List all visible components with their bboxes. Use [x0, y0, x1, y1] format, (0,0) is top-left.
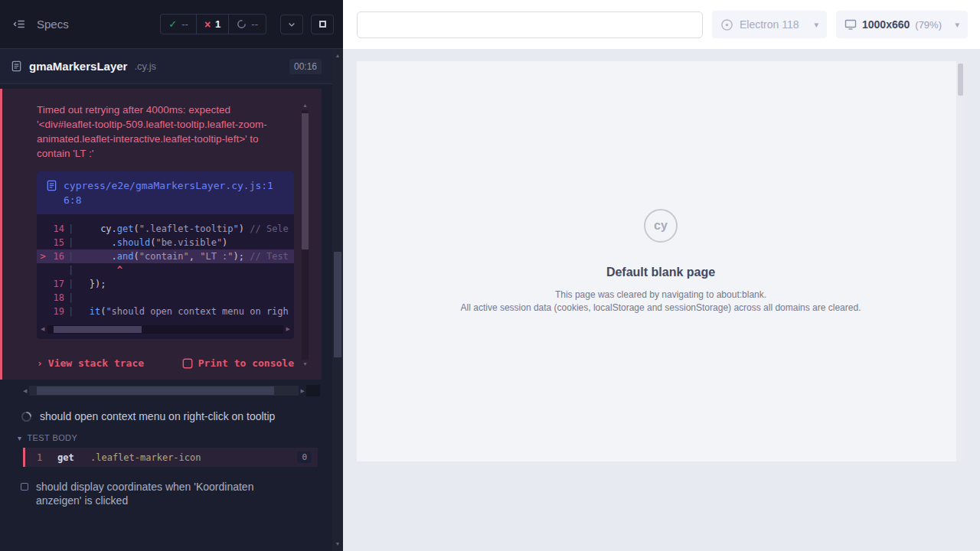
spec-file-icon — [11, 60, 22, 72]
scroll-down-icon[interactable]: ▼ — [335, 540, 341, 549]
spinner-icon — [21, 411, 32, 422]
view-stack-trace-link[interactable]: › View stack trace — [37, 357, 144, 369]
electron-browser-icon — [720, 18, 733, 31]
view-stack-trace-label: View stack trace — [48, 357, 144, 369]
specs-list-icon — [13, 18, 26, 31]
test-item-pending[interactable]: should display coordinates when 'Koordin… — [0, 470, 332, 515]
command-message: .leaflet-marker-icon — [90, 452, 297, 463]
scroll-down-icon[interactable]: ▼ — [302, 360, 308, 369]
specs-label: Specs — [37, 18, 69, 31]
scroll-right-icon[interactable]: ▶ — [301, 386, 305, 396]
code-line: >16| .and("contain", "LT :"); // Test — [37, 249, 294, 263]
chevron-down-icon — [287, 20, 296, 29]
command-method: get — [57, 452, 90, 463]
scroll-up-icon[interactable]: ▲ — [302, 101, 308, 110]
error-scrollbar-vertical[interactable]: ▲ ▼ — [300, 101, 310, 369]
aut-iframe: cy Default blank page This page was clea… — [357, 61, 965, 461]
blank-page-line-1: This page was cleared by navigating to a… — [555, 289, 766, 302]
print-to-console-button[interactable]: Print to console — [182, 357, 294, 369]
scroll-left-icon[interactable]: ◀ — [23, 386, 27, 396]
scrollbar-track[interactable] — [302, 110, 309, 360]
scrollbar-thumb[interactable] — [54, 326, 142, 333]
error-message: Timed out retrying after 4000ms: expecte… — [37, 103, 286, 161]
scrollbar-corner — [306, 385, 320, 396]
stop-button[interactable] — [311, 15, 334, 34]
test-error-panel: Timed out retrying after 4000ms: expecte… — [0, 89, 322, 380]
blank-page-title: Default blank page — [606, 266, 715, 279]
code-line: 14| cy.get(".leaflet-tooltip") // Sele — [37, 222, 294, 236]
blank-page-line-2: All active session data (cookies, localS… — [461, 302, 861, 315]
code-line: 18| — [37, 291, 294, 305]
chevron-down-icon: ▾ — [18, 434, 21, 442]
test-body-toggle[interactable]: ▾ TEST BODY — [0, 431, 332, 446]
passed-count: -- — [181, 18, 188, 30]
code-frame: cypress/e2e/gmaMarkersLayer.cy.js:16:8 1… — [37, 171, 294, 339]
fail-icon: × — [204, 18, 211, 31]
chevron-down-icon: ▾ — [814, 20, 818, 30]
scrollbar-track[interactable] — [29, 386, 298, 396]
code-scrollbar-horizontal[interactable]: ◀ ▶ — [41, 324, 290, 334]
scrollbar-track[interactable] — [332, 60, 343, 540]
address-bar[interactable] — [357, 11, 703, 38]
failed-count: 1 — [215, 18, 220, 30]
viewport-info[interactable]: 1000x660 (79%) ▾ — [836, 11, 968, 38]
aut-stage: cy Default blank page This page was clea… — [343, 49, 980, 551]
spec-name: gmaMarkersLayer — [29, 60, 127, 73]
browser-name: Electron 118 — [740, 18, 799, 31]
reporter-body: Timed out retrying after 4000ms: expecte… — [0, 89, 332, 515]
aut-scrollbar-vertical[interactable] — [956, 61, 965, 461]
test-stats: ✓ -- × 1 -- — [160, 14, 266, 34]
scrollbar-track[interactable] — [47, 325, 283, 334]
aut-panel: Electron 118 ▾ 1000x660 (79%) ▾ cy Defau… — [343, 0, 980, 551]
code-line: | ^ — [37, 263, 294, 277]
print-to-console-label: Print to console — [198, 357, 294, 369]
chevron-down-icon: ▾ — [955, 20, 959, 30]
reporter-sidebar: Specs ✓ -- × 1 -- — [0, 0, 343, 551]
viewport-icon — [844, 18, 857, 31]
check-icon: ✓ — [168, 18, 177, 30]
spec-duration: 00:16 — [289, 59, 322, 74]
spec-extension: .cy.js — [134, 60, 156, 72]
code-frame-header: cypress/e2e/gmaMarkersLayer.cy.js:16:8 — [37, 171, 294, 214]
command-count-badge: 0 — [297, 452, 312, 463]
blank-page: cy Default blank page This page was clea… — [357, 61, 965, 461]
scrollbar-thumb[interactable] — [302, 113, 309, 249]
stat-passed: ✓ -- — [161, 15, 196, 34]
test-body-label: TEST BODY — [27, 433, 77, 442]
file-icon — [46, 180, 57, 191]
scroll-right-icon[interactable]: ▶ — [286, 324, 290, 334]
viewport-zoom: (79%) — [915, 19, 942, 31]
scrollbar-thumb[interactable] — [958, 64, 963, 96]
test-item-running[interactable]: should open context menu on right-click … — [0, 399, 332, 431]
code-snippet: 14| cy.get(".leaflet-tooltip") // Sele15… — [37, 214, 294, 321]
command-number: 1 — [37, 452, 57, 463]
cypress-logo: cy — [644, 209, 678, 243]
code-frame-file-link[interactable]: cypress/e2e/gmaMarkersLayer.cy.js:16:8 — [64, 178, 285, 207]
browser-selector[interactable]: Electron 118 ▾ — [712, 11, 827, 38]
scrollbar-thumb[interactable] — [37, 386, 273, 395]
pending-icon — [237, 19, 247, 29]
spec-header[interactable]: gmaMarkersLayer .cy.js 00:16 — [0, 49, 332, 84]
aut-toolbar: Electron 118 ▾ 1000x660 (79%) ▾ — [343, 0, 980, 49]
queued-test-icon — [21, 483, 28, 491]
test-title: should display coordinates when 'Koordin… — [36, 480, 296, 507]
reporter-scrollbar-vertical[interactable]: ▲ ▼ — [332, 49, 343, 551]
test-title: should open context menu on right-click … — [40, 409, 275, 423]
error-scrollbar-horizontal[interactable]: ◀ ▶ — [23, 385, 320, 396]
error-actions: › View stack trace Print to console — [37, 357, 294, 369]
code-line: 17| }); — [37, 277, 294, 291]
code-line: 19| it("should open context menu on righ — [37, 305, 294, 318]
stat-failed: × 1 — [196, 15, 228, 34]
specs-menu-icon[interactable] — [9, 15, 29, 34]
command-log-entry[interactable]: 1 get .leaflet-marker-icon 0 — [23, 448, 318, 467]
code-line: 15| .should("be.visible") — [37, 236, 294, 249]
stat-pending: -- — [228, 15, 266, 34]
cypress-runner: Specs ✓ -- × 1 -- — [0, 0, 980, 551]
chevron-right-icon: › — [37, 357, 43, 369]
scrollbar-thumb[interactable] — [334, 252, 341, 357]
scroll-left-icon[interactable]: ◀ — [41, 324, 44, 334]
scroll-up-icon[interactable]: ▲ — [335, 51, 341, 60]
reporter-header: Specs ✓ -- × 1 -- — [0, 0, 343, 49]
console-icon — [182, 358, 193, 369]
collapse-tests-button[interactable] — [280, 15, 303, 34]
